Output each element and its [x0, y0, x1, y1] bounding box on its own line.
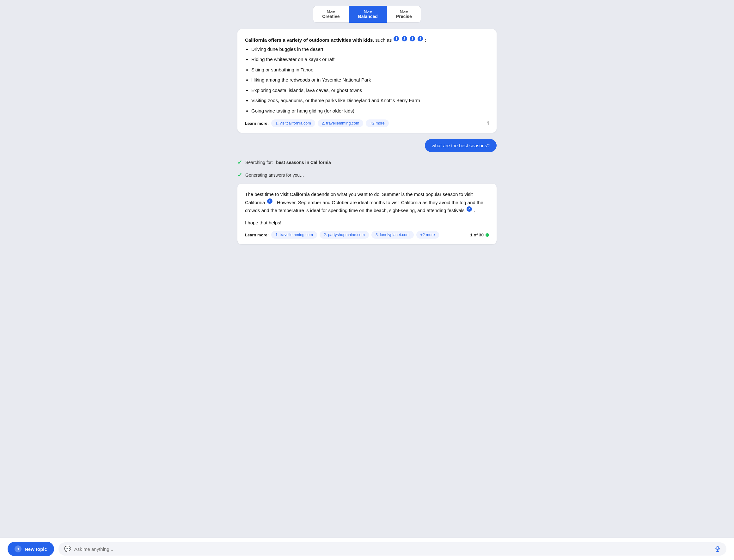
chat-icon: 💬 [64, 545, 71, 552]
footnote-s1[interactable]: 1 [267, 198, 272, 204]
s-learn-more-link-2[interactable]: 2. partyshopmaine.com [320, 231, 369, 239]
footnote-4[interactable]: 4 [418, 36, 423, 41]
mode-btn-balanced[interactable]: More Balanced [349, 6, 387, 23]
mode-btn-creative[interactable]: More Creative [313, 6, 349, 23]
learn-more-link-more[interactable]: +2 more [366, 119, 388, 127]
list-item: Riding the whitewater on a kayak or raft [251, 56, 489, 63]
first-answer-card: California offers a variety of outdoors … [237, 29, 497, 133]
list-item: Visiting zoos, aquariums, or theme parks… [251, 97, 489, 104]
s-learn-more-link-3[interactable]: 3. lonelyplanet.com [371, 231, 414, 239]
svg-rect-0 [717, 546, 719, 550]
first-learn-more-row: Learn more: 1. visitcalifornia.com 2. tr… [245, 119, 489, 127]
hope-text: I hope that helps! [245, 219, 489, 227]
bottom-bar: ✦ New topic 💬 [0, 538, 734, 560]
first-answer-intro: California offers a variety of outdoors … [245, 36, 489, 43]
activities-list: Driving dune buggies in the desert Ridin… [251, 46, 489, 115]
list-item: Hiking among the redwoods or in Yosemite… [251, 76, 489, 84]
second-answer-text: The best time to visit California depend… [245, 191, 489, 214]
status-searching: ✓ Searching for: best seasons in Califor… [237, 159, 497, 166]
learn-more-link-1[interactable]: 1. visitcalifornia.com [271, 119, 315, 127]
footnote-3[interactable]: 3 [410, 36, 415, 41]
footnote-s2[interactable]: 2 [467, 206, 472, 212]
page-count: 1 of 30 [470, 233, 489, 237]
s-learn-more-link-more[interactable]: +2 more [416, 231, 439, 239]
mode-btn-precise[interactable]: More Precise [387, 6, 421, 23]
s-learn-more-link-1[interactable]: 1. travellemming.com [271, 231, 317, 239]
check-icon-2: ✓ [237, 172, 242, 179]
list-item: Skiing or sunbathing in Tahoe [251, 66, 489, 74]
ask-input[interactable] [74, 546, 711, 552]
info-icon[interactable]: ℹ [487, 120, 489, 127]
green-dot [486, 233, 489, 237]
mode-selector: More Creative More Balanced More Precise [0, 0, 734, 26]
list-item: Going wine tasting or hang gliding (for … [251, 107, 489, 115]
learn-more-link-2[interactable]: 2. travellemming.com [318, 119, 364, 127]
footnote-2[interactable]: 2 [402, 36, 407, 41]
status-generating: ✓ Generating answers for you… [237, 172, 497, 179]
new-topic-button[interactable]: ✦ New topic [8, 542, 54, 556]
chat-area: California offers a variety of outdoors … [231, 26, 503, 538]
check-icon-1: ✓ [237, 159, 242, 166]
ask-input-wrapper: 💬 [58, 542, 726, 556]
searching-bold: best seasons in California [276, 160, 331, 165]
new-topic-icon: ✦ [15, 545, 21, 552]
mic-button[interactable] [714, 546, 721, 552]
user-message-wrapper: what are the best seasons? [237, 139, 497, 152]
second-answer-card: The best time to visit California depend… [237, 184, 497, 244]
footnote-1[interactable]: 1 [394, 36, 399, 41]
user-bubble: what are the best seasons? [425, 139, 497, 152]
list-item: Driving dune buggies in the desert [251, 46, 489, 53]
list-item: Exploring coastal islands, lava caves, o… [251, 87, 489, 94]
second-learn-more-row: Learn more: 1. travellemming.com 2. part… [245, 231, 489, 239]
